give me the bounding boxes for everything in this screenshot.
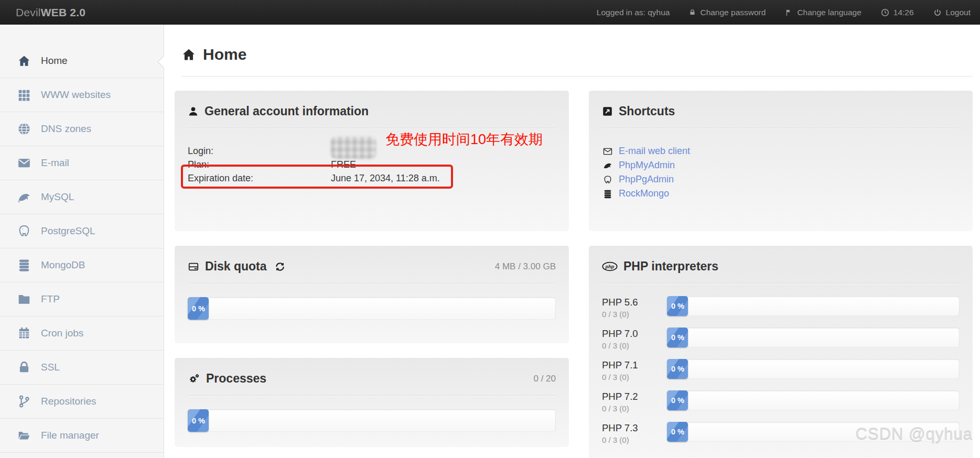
sidebar-item-label: Cron jobs — [41, 328, 83, 339]
shortcut-phpmyadmin[interactable]: PhpMyAdmin — [602, 158, 960, 172]
progress-track: 0 % — [667, 390, 960, 410]
account-rows: Login: Plan: FREE Expiration date: June … — [188, 144, 556, 185]
change-language-label: Change language — [797, 8, 861, 17]
shortcut-phppgadmin[interactable]: PhpPgAdmin — [602, 172, 960, 187]
sidebar-item-label: DNS zones — [41, 123, 91, 135]
sidebar-item-label: FTP — [41, 293, 60, 305]
sidebar-item-postgresql[interactable]: PostgreSQL — [0, 214, 164, 248]
shortcut-label: PhpPgAdmin — [619, 174, 674, 185]
progress-value: 0 % — [667, 296, 688, 316]
php-version: PHP 7.2 — [602, 391, 667, 402]
expiration-value: June 17, 2034, 11:28 a.m. — [331, 173, 440, 184]
sidebar: Home WWW websites DNS zones E-mail MySQL… — [0, 25, 164, 458]
panel-title: Shortcuts — [619, 104, 675, 118]
gears-icon — [188, 373, 200, 385]
panel-header: Shortcuts — [589, 91, 973, 118]
processes-progress: 0 % — [188, 409, 556, 432]
panel-divider — [188, 128, 556, 128]
power-icon — [933, 8, 942, 17]
change-password-link[interactable]: Change password — [689, 8, 766, 17]
folder-icon — [16, 292, 32, 306]
refresh-icon[interactable] — [275, 261, 285, 272]
sidebar-item-repositories[interactable]: Repositories — [0, 385, 164, 419]
panel-divider — [188, 395, 556, 396]
disk-progress: 0 % — [188, 297, 556, 320]
postgresql-elephant-icon — [16, 224, 32, 238]
sidebar-item-label: File manager — [41, 430, 99, 441]
sidebar-item-cron-jobs[interactable]: Cron jobs — [0, 317, 164, 351]
home-icon — [181, 47, 196, 62]
svg-text:php: php — [605, 264, 615, 269]
annotation-text: 免费使用时间10年有效期 — [385, 130, 543, 148]
php-version: PHP 7.0 — [602, 328, 667, 340]
sidebar-item-home[interactable]: Home — [0, 44, 164, 78]
php-version: PHP 7.1 — [602, 359, 667, 371]
sidebar-item-dns-zones[interactable]: DNS zones — [0, 112, 164, 146]
progress-value: 0 % — [667, 359, 688, 379]
shortcut-label: PhpMyAdmin — [619, 160, 675, 171]
logout-link[interactable]: Logout — [933, 8, 971, 17]
panel-header: Processes 0 / 20 — [175, 358, 569, 386]
globe-icon — [16, 122, 32, 136]
watermark: CSDN @qyhua — [856, 424, 973, 443]
sidebar-item-label: WWW websites — [41, 89, 111, 101]
sidebar-item-ssl[interactable]: SSL — [0, 351, 164, 385]
sidebar-item-label: MySQL — [41, 191, 74, 203]
sidebar-item-mysql[interactable]: MySQL — [0, 180, 164, 214]
main-content: Home General account information Login: … — [164, 25, 980, 458]
progress-track: 0 % — [667, 359, 960, 379]
shortcut-email-web-client[interactable]: E-mail web client — [602, 144, 960, 158]
progress-track: 0 % — [188, 297, 556, 320]
sidebar-item-file-manager[interactable]: File manager — [0, 419, 164, 453]
calendar-icon — [16, 326, 32, 340]
panel-divider — [602, 128, 960, 128]
sidebar-item-email[interactable]: E-mail — [0, 146, 164, 180]
shortcut-label: RockMongo — [619, 188, 669, 199]
php-row-meta: PHP 7.2 0 / 3 (0) — [602, 390, 667, 413]
sidebar-item-label: SSL — [41, 362, 60, 373]
sidebar-item-mongodb[interactable]: MongoDB — [0, 248, 164, 282]
php-icon: php — [602, 261, 618, 271]
progress-value: 0 % — [188, 297, 209, 320]
plan-row: Plan: FREE — [188, 158, 556, 171]
progress-track: 0 % — [667, 328, 960, 347]
mysql-dolphin-icon — [602, 161, 613, 170]
php-row-70: PHP 7.0 0 / 3 (0) 0 % — [602, 328, 960, 350]
processes-usage-text: 0 / 20 — [533, 374, 556, 384]
lock-icon — [16, 361, 32, 374]
php-bar-holder: 0 % — [667, 328, 960, 347]
php-row-meta: PHP 5.6 0 / 3 (0) — [602, 296, 667, 319]
progress-value: 0 % — [667, 422, 688, 442]
envelope-icon — [16, 156, 32, 170]
topbar: DevilWEB 2.0 Logged in as: qyhua Change … — [0, 0, 980, 25]
progress-track: 0 % — [188, 409, 556, 432]
php-row-meta: PHP 7.3 0 / 3 (0) — [602, 422, 667, 444]
panel-title: General account information — [204, 104, 369, 118]
hard-drive-icon — [188, 261, 199, 272]
clock-display: 14:26 — [881, 8, 914, 17]
php-usage: 0 / 3 (0) — [602, 341, 667, 350]
php-usage: 0 / 3 (0) — [602, 435, 667, 444]
folder-open-icon — [16, 429, 32, 442]
panel-title: Processes — [206, 372, 266, 386]
sidebar-item-www-websites[interactable]: WWW websites — [0, 78, 164, 112]
php-row-56: PHP 5.6 0 / 3 (0) 0 % — [602, 296, 960, 319]
shortcut-label: E-mail web client — [619, 146, 690, 157]
php-usage: 0 / 3 (0) — [602, 404, 667, 413]
disk-usage-text: 4 MB / 3.00 GB — [495, 261, 556, 272]
sidebar-item-label: E-mail — [41, 157, 69, 169]
flag-icon — [785, 8, 793, 17]
change-language-link[interactable]: Change language — [785, 8, 861, 17]
expiration-row: Expiration date: June 17, 2034, 11:28 a.… — [188, 171, 556, 185]
sidebar-item-ftp[interactable]: FTP — [0, 282, 164, 317]
change-password-label: Change password — [700, 8, 766, 17]
php-row-meta: PHP 7.1 0 / 3 (0) — [602, 359, 667, 381]
shortcuts-panel: Shortcuts E-mail web client PhpMyAdmin P… — [589, 91, 973, 231]
home-icon — [16, 54, 32, 68]
panel-divider — [188, 283, 556, 283]
sidebar-item-label: MongoDB — [41, 259, 85, 271]
app-title-part2: WEB 2.0 — [41, 6, 85, 18]
shortcut-rockmongo[interactable]: RockMongo — [602, 187, 960, 201]
panel-divider — [602, 283, 960, 283]
php-row-meta: PHP 7.0 0 / 3 (0) — [602, 328, 667, 350]
